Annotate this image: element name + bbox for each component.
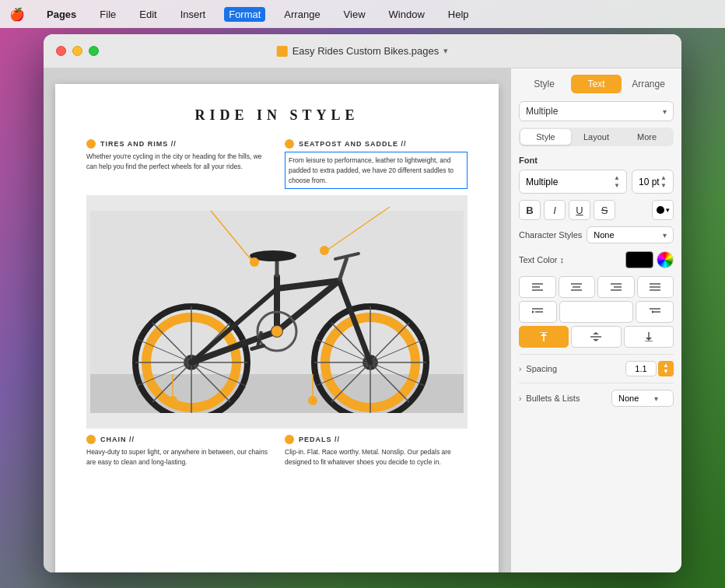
- annotation-tires: TIRES AND RIMS // Whether you're cycling…: [86, 139, 269, 189]
- menubar-view[interactable]: View: [339, 7, 370, 22]
- bullets-chevron-down-icon: ▾: [654, 394, 658, 403]
- chain-text[interactable]: Heavy-duty to super light, or anywhere i…: [86, 447, 269, 467]
- valign-middle-icon: [590, 332, 601, 341]
- text-style-color-picker[interactable]: ▾: [652, 200, 674, 220]
- color-wheel-icon[interactable]: [657, 251, 674, 268]
- menubar-insert[interactable]: Insert: [176, 7, 211, 22]
- annotation-seatpost: SEATPOST AND SADDLE // From leisure to p…: [285, 139, 468, 189]
- valign-top-button[interactable]: [519, 326, 569, 348]
- italic-button[interactable]: I: [544, 200, 566, 220]
- color-swatch-row: [625, 251, 674, 268]
- align-row-1: [519, 276, 674, 298]
- multiple-chevron-icon: ▾: [663, 107, 667, 116]
- page-title: RIDE IN STYLE: [86, 107, 468, 124]
- seatpost-text[interactable]: From leisure to performance, leather to …: [285, 152, 468, 189]
- document-title: Easy Rides Custom Bikes.pages: [292, 45, 440, 57]
- menubar-window[interactable]: Window: [384, 7, 429, 22]
- font-stepper-icon[interactable]: ▲ ▼: [614, 174, 620, 189]
- multiple-value: Multiple: [526, 106, 558, 117]
- spacing-row[interactable]: › Spacing 1.1 ▲ ▼: [519, 361, 674, 376]
- svg-marker-60: [652, 310, 654, 313]
- align-center-button[interactable]: [559, 276, 596, 298]
- tab-text[interactable]: Text: [571, 75, 622, 93]
- text-color-label: Text Color ↕: [519, 255, 621, 264]
- valign-bottom-button[interactable]: [624, 326, 674, 348]
- bold-button[interactable]: B: [519, 200, 541, 220]
- bullets-row: › Bullets & Lists None ▾: [519, 390, 674, 407]
- strikethrough-button[interactable]: S: [594, 200, 615, 220]
- align-left-button[interactable]: [519, 276, 556, 298]
- align-justify-icon: [650, 282, 660, 292]
- decrease-indent-button[interactable]: [519, 301, 557, 323]
- titlebar-title: Easy Rides Custom Bikes.pages ▾: [277, 45, 449, 57]
- increase-indent-button[interactable]: [636, 301, 674, 323]
- menubar-arrange[interactable]: Arrange: [279, 7, 324, 22]
- menubar: 🍎 Pages File Edit Insert Format Arrange …: [0, 0, 725, 28]
- char-styles-dropdown[interactable]: None ▾: [587, 226, 674, 243]
- bullets-value: None: [618, 394, 639, 403]
- document-page: RIDE IN STYLE TIRES AND RIMS // Whether …: [55, 84, 499, 572]
- svg-point-35: [271, 326, 282, 337]
- align-row-2: [519, 301, 674, 323]
- svg-marker-63: [541, 333, 547, 336]
- bullets-chevron-icon[interactable]: ›: [519, 394, 521, 403]
- pedals-text[interactable]: Clip-in. Flat. Race worthy. Metal. Nonsl…: [285, 447, 468, 467]
- alignment-section: [519, 276, 674, 348]
- dot-seatpost: [285, 139, 294, 149]
- valign-bottom-icon: [643, 332, 654, 341]
- bullets-dropdown[interactable]: None ▾: [611, 390, 674, 407]
- pedals-label: PEDALS //: [299, 436, 340, 443]
- char-styles-chevron-icon: ▾: [663, 231, 667, 240]
- close-button[interactable]: [56, 46, 66, 56]
- font-name-value: Multiple: [526, 177, 558, 187]
- underline-button[interactable]: U: [569, 200, 590, 220]
- spacing-input[interactable]: 1.1: [625, 361, 657, 376]
- align-left-icon: [532, 282, 543, 292]
- multiple-dropdown[interactable]: Multiple ▾: [519, 101, 674, 121]
- menubar-pages[interactable]: Pages: [42, 7, 81, 22]
- format-subtabs: Style Layout More: [519, 128, 674, 146]
- dot-tires: [86, 139, 96, 149]
- svg-marker-69: [646, 338, 652, 341]
- tab-arrange[interactable]: Arrange: [623, 75, 674, 93]
- dot-pedals-label: [285, 435, 294, 444]
- align-right-icon: [611, 282, 622, 292]
- font-dropdown[interactable]: Multiple ▲ ▼: [519, 170, 627, 194]
- menubar-edit[interactable]: Edit: [135, 7, 161, 22]
- tires-text[interactable]: Whether you're cycling in the city or he…: [86, 152, 269, 172]
- document-area: RIDE IN STYLE TIRES AND RIMS // Whether …: [44, 68, 510, 572]
- menubar-help[interactable]: Help: [443, 7, 474, 22]
- svg-marker-66: [593, 339, 599, 341]
- size-stepper-icon[interactable]: ▲ ▼: [660, 174, 667, 189]
- menubar-file[interactable]: File: [95, 7, 121, 22]
- char-styles-value: None: [594, 230, 614, 240]
- valign-middle-button[interactable]: [571, 326, 621, 348]
- svg-marker-65: [593, 332, 599, 334]
- align-center-icon: [571, 282, 582, 292]
- traffic-lights: [56, 46, 99, 56]
- spacing-stepper-icon[interactable]: ▲ ▼: [658, 361, 674, 376]
- fullscreen-button[interactable]: [89, 46, 99, 56]
- app-window: Easy Rides Custom Bikes.pages ▾ RIDE IN …: [44, 34, 681, 572]
- font-size-box[interactable]: 10 pt ▲ ▼: [632, 170, 674, 194]
- title-chevron-icon[interactable]: ▾: [443, 46, 448, 56]
- font-size-value: 10 pt: [639, 177, 660, 187]
- menubar-format[interactable]: Format: [224, 7, 265, 22]
- format-subtab-more[interactable]: More: [622, 129, 672, 145]
- annotation-chain: CHAIN // Heavy-duty to super light, or a…: [86, 435, 269, 467]
- align-right-button[interactable]: [597, 276, 635, 298]
- right-panel: Style Text Arrange Multiple ▾ Style Layo…: [510, 68, 681, 572]
- format-subtab-layout[interactable]: Layout: [571, 129, 622, 145]
- format-subtab-style[interactable]: Style: [520, 129, 571, 145]
- bike-illustration: [90, 211, 464, 413]
- panel-body: Multiple ▾ Style Layout More Font Multip…: [511, 93, 681, 572]
- spacing-value-box: 1.1 ▲ ▼: [625, 361, 674, 376]
- minimize-button[interactable]: [72, 46, 82, 56]
- text-color-swatch[interactable]: [625, 251, 653, 268]
- tab-style[interactable]: Style: [519, 75, 569, 93]
- spacing-section: › Spacing 1.1 ▲ ▼: [519, 354, 674, 376]
- align-justify-button[interactable]: [637, 276, 674, 298]
- spacing-label: Spacing: [526, 364, 621, 373]
- file-icon: [277, 46, 288, 57]
- apple-menu[interactable]: 🍎: [9, 7, 25, 22]
